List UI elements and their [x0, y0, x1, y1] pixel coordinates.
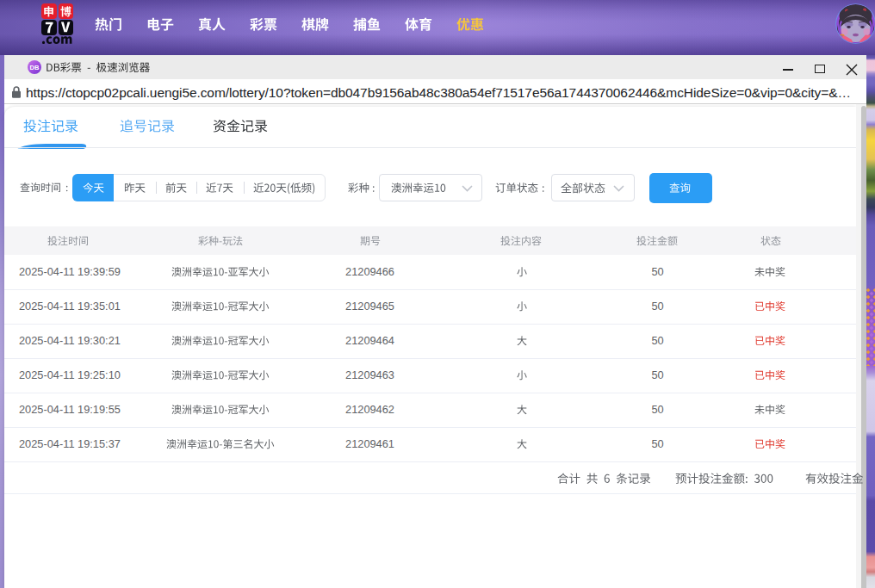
svg-text:DB: DB	[30, 64, 40, 71]
